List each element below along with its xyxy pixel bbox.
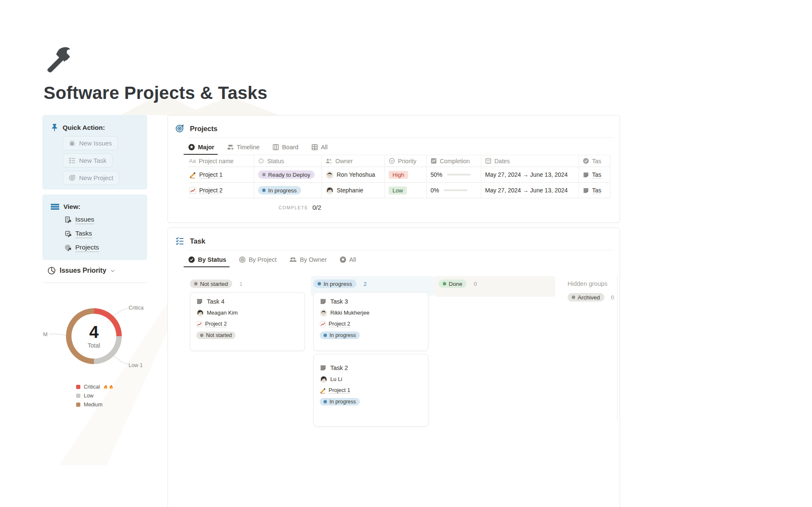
not-started-group-pill: Not started	[190, 280, 232, 288]
task-card-task-4[interactable]: Task 4 Meagan Kim Project 2 Not started	[190, 292, 305, 351]
tasks-relation-link[interactable]: Tas	[592, 187, 601, 194]
status-dot	[572, 296, 575, 299]
tab-all[interactable]: All	[311, 144, 328, 155]
status-dot	[200, 334, 203, 337]
col-header-owner: Owner	[335, 158, 353, 164]
view-link-issues[interactable]: Issues	[64, 216, 94, 224]
status-dot	[443, 282, 446, 285]
status-dot	[262, 173, 266, 176]
table-footer: COMPLETE 0/2	[279, 204, 620, 211]
complete-label: COMPLETE	[279, 205, 308, 210]
tab-timeline[interactable]: Timeline	[227, 144, 260, 155]
view-link-projects[interactable]: Projects	[64, 244, 99, 252]
avatar-stephanie	[326, 186, 334, 195]
tab-task-all[interactable]: All	[340, 256, 356, 267]
col-header-completion: Completion	[440, 158, 470, 164]
chart-total-value: 4	[89, 323, 99, 340]
new-task-button[interactable]: New Task	[63, 153, 112, 167]
new-project-button[interactable]: New Project	[63, 171, 119, 185]
task-project-link[interactable]: Project 2	[205, 321, 227, 327]
archived-group-pill[interactable]: Archived	[568, 293, 604, 301]
owner-name: Ron Yehoshua	[337, 171, 375, 178]
task-arrow-icon	[64, 230, 72, 238]
view-link-projects-label: Projects	[75, 244, 99, 252]
task-owner: Lu Li	[330, 376, 342, 382]
done-group-pill: Done	[439, 280, 466, 288]
fire-icon	[103, 384, 114, 390]
pie-chart-icon	[47, 266, 56, 275]
task-card: Task By Status By Project By Owner All	[167, 227, 620, 507]
quick-action-callout: Quick Action: New Issues New Task	[42, 115, 147, 189]
star-circle-filled-icon	[188, 144, 195, 151]
page-icon	[583, 187, 589, 194]
check-circle-filled-icon	[188, 256, 195, 263]
task-card-task-3[interactable]: Task 3 Rikki Mukherjee Project 2 In prog…	[313, 292, 428, 351]
new-task-label: New Task	[79, 157, 107, 164]
sidebar-divider	[44, 282, 147, 283]
task-card-task-2[interactable]: Task 2 Lu Li Project 1 In progress	[313, 354, 428, 427]
task-card-title: Task	[190, 237, 205, 245]
avatar-ron	[326, 171, 334, 179]
project-1-link[interactable]: Project 1	[199, 171, 222, 178]
projects-table: Aa Project name Status Owner	[188, 155, 610, 198]
people-icon	[326, 158, 332, 164]
new-issues-button[interactable]: New Issues	[63, 136, 118, 150]
page-title: Software Projects & Tasks	[44, 83, 267, 103]
col-header-project-name: Project name	[199, 158, 233, 164]
tab-by-project-label: By Project	[249, 256, 277, 263]
chart-increasing-icon	[320, 321, 326, 327]
tasks-relation-link[interactable]: Tas	[592, 171, 601, 178]
table-row-project-1: Project 1 Ready to Deploy Ron Yehoshua H…	[188, 167, 610, 183]
table-grid-icon	[311, 144, 318, 151]
projects-card: Projects Major Timeline Board All	[167, 115, 620, 223]
page-icon	[320, 298, 326, 305]
chart-increasing-icon	[189, 187, 196, 194]
progress-bar	[447, 174, 471, 176]
quick-action-title: Quick Action:	[63, 124, 105, 132]
hammer-icon	[42, 42, 76, 76]
calendar-icon	[485, 158, 491, 164]
issues-priority-label: Issues Priority	[60, 267, 106, 274]
column-header-in-progress: In progress 2	[313, 280, 367, 288]
tab-board-label: Board	[282, 144, 299, 151]
project-2-link[interactable]: Project 2	[199, 187, 222, 194]
task-status-pill: In progress	[320, 398, 360, 406]
col-header-priority: Priority	[398, 158, 417, 164]
chart-increasing-icon	[196, 321, 203, 327]
completion-chart-icon	[431, 158, 437, 164]
column-header-not-started: Not started 1	[190, 280, 243, 288]
tab-by-project[interactable]: By Project	[239, 256, 277, 267]
priority-icon	[389, 158, 395, 164]
avatar-meagan	[196, 309, 204, 317]
task-owner: Meagan Kim	[207, 310, 238, 316]
view-link-tasks[interactable]: Tasks	[64, 230, 92, 238]
status-dot	[318, 282, 321, 285]
col-header-tasks: Dates	[494, 158, 510, 164]
writing-hand-icon	[189, 171, 196, 178]
kanban-board: Not started 1 In progress 2 Done 0 Task …	[168, 275, 620, 507]
tab-by-status[interactable]: By Status	[188, 256, 226, 267]
menu-bars-icon	[51, 203, 59, 210]
task-project-link[interactable]: Project 2	[329, 321, 350, 327]
dates-range: May 27, 2024 → June 13, 2024	[485, 187, 568, 194]
issues-priority-dropdown[interactable]: Issues Priority	[47, 266, 115, 275]
chart-total-label: Total	[88, 342, 100, 349]
archived-count: 0	[611, 294, 614, 301]
tab-major[interactable]: Major	[188, 144, 214, 155]
task-status-pill: In progress	[320, 332, 360, 339]
task-project-link[interactable]: Project 1	[329, 387, 350, 394]
new-issues-label: New Issues	[79, 140, 112, 147]
target-blue-icon	[175, 124, 184, 133]
tab-by-owner[interactable]: By Owner	[289, 256, 327, 267]
chart-callout-low: Low 1	[129, 362, 143, 368]
tab-task-all-label: All	[349, 256, 356, 263]
board-columns-icon	[272, 144, 279, 151]
page-icon	[196, 298, 203, 305]
pushpin-icon	[51, 123, 58, 132]
page-icon	[320, 364, 326, 371]
view-title: View:	[63, 203, 80, 211]
writing-hand-icon	[320, 387, 326, 394]
tab-major-label: Major	[198, 144, 214, 151]
tab-board[interactable]: Board	[272, 144, 299, 155]
target-icon	[69, 174, 76, 181]
